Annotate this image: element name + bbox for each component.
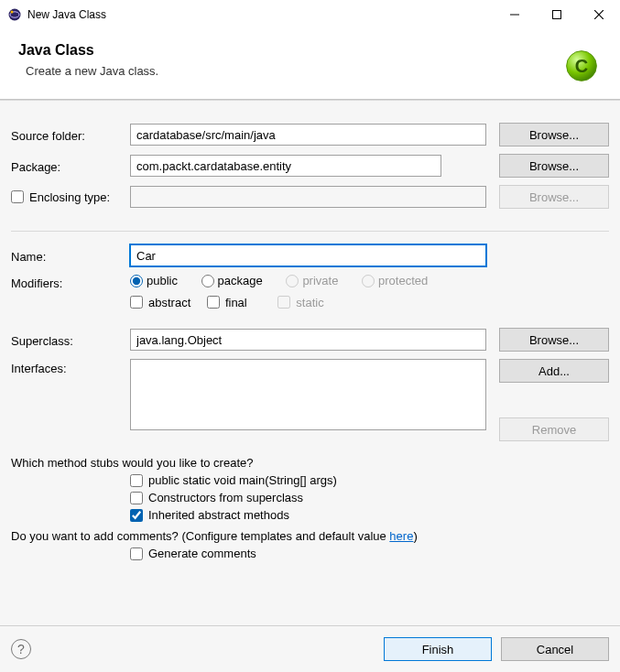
eclipse-icon <box>7 7 22 22</box>
window-title: New Java Class <box>27 8 494 21</box>
generate-comments-checkbox[interactable]: Generate comments <box>130 547 256 560</box>
modifier-final-checkbox[interactable]: final <box>207 296 247 309</box>
finish-button[interactable]: Finish <box>384 637 492 661</box>
modifier-static-checkbox: static <box>277 296 323 309</box>
window-close-button[interactable] <box>578 0 620 29</box>
source-folder-browse-button[interactable]: Browse... <box>499 123 609 146</box>
package-browse-button[interactable]: Browse... <box>499 154 609 178</box>
window-minimize-button[interactable] <box>494 0 536 29</box>
svg-rect-4 <box>553 11 561 19</box>
dialog-footer: ? Finish Cancel <box>0 625 620 672</box>
enclosing-type-checkbox[interactable]: Enclosing type: <box>11 190 110 204</box>
titlebar: New Java Class <box>0 0 620 29</box>
svg-text:C: C <box>575 56 588 76</box>
form-body: Source folder: Browse... Package: Browse… <box>0 101 620 625</box>
cancel-button[interactable]: Cancel <box>501 637 609 661</box>
enclosing-type-input <box>130 186 486 208</box>
dialog-header: Java Class Create a new Java class. C <box>0 29 620 99</box>
stub-constructors-checkbox[interactable]: Constructors from superclass <box>130 491 303 504</box>
comments-question: Do you want to add comments? (Configure … <box>11 529 418 543</box>
interfaces-label: Interfaces: <box>11 359 130 375</box>
stub-inherited-checkbox[interactable]: Inherited abstract methods <box>130 508 289 522</box>
modifier-public-radio[interactable]: public <box>130 274 178 287</box>
help-button[interactable]: ? <box>11 639 31 659</box>
name-label: Name: <box>11 247 130 264</box>
class-name-input[interactable] <box>130 244 486 266</box>
class-wizard-icon: C <box>561 46 602 86</box>
enclosing-type-browse-button: Browse... <box>499 185 609 209</box>
modifier-abstract-checkbox[interactable]: abstract <box>130 296 190 309</box>
window-maximize-button[interactable] <box>536 0 578 29</box>
page-title: Java Class <box>18 42 561 59</box>
modifier-private-radio: private <box>286 274 338 287</box>
source-folder-input[interactable] <box>130 124 486 146</box>
source-folder-label: Source folder: <box>11 126 130 143</box>
package-input[interactable] <box>130 155 441 177</box>
page-subtitle: Create a new Java class. <box>26 64 561 78</box>
configure-templates-link[interactable]: here <box>389 529 413 543</box>
superclass-browse-button[interactable]: Browse... <box>499 328 609 352</box>
interfaces-add-button[interactable]: Add... <box>499 359 609 383</box>
separator-1 <box>11 231 609 232</box>
interfaces-remove-button: Remove <box>499 417 609 441</box>
modifiers-label: Modifiers: <box>11 274 130 290</box>
superclass-label: Superclass: <box>11 331 130 348</box>
stub-main-checkbox[interactable]: public static void main(String[] args) <box>130 473 337 487</box>
interfaces-listbox[interactable] <box>130 359 486 430</box>
modifier-protected-radio: protected <box>362 274 428 287</box>
method-stubs-question: Which method stubs would you like to cre… <box>11 456 253 470</box>
enclosing-type-label: Enclosing type: <box>29 190 110 204</box>
modifier-package-radio[interactable]: package <box>201 274 263 287</box>
svg-point-2 <box>11 11 14 14</box>
superclass-input[interactable] <box>130 329 486 351</box>
package-label: Package: <box>11 157 130 174</box>
